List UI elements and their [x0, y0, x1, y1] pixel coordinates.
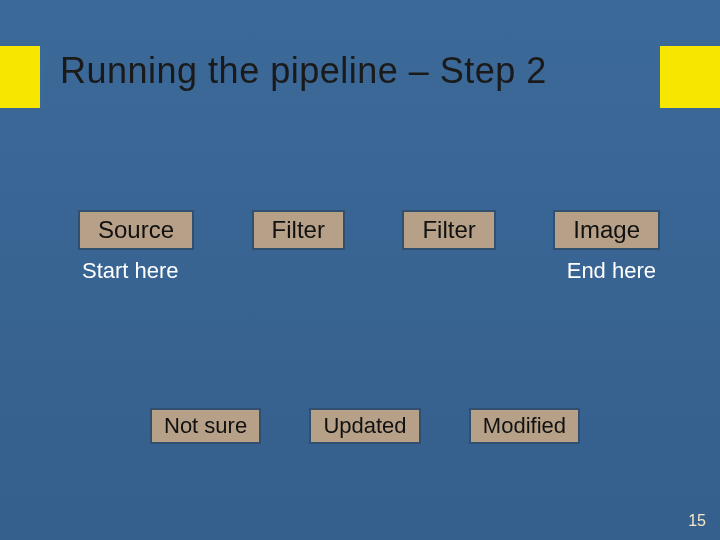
box-modified: Modified — [469, 408, 580, 444]
accent-bar-right — [656, 46, 720, 108]
label-end: End here — [567, 258, 656, 284]
label-start: Start here — [82, 258, 179, 284]
box-filter-1: Filter — [252, 210, 345, 250]
box-updated: Updated — [309, 408, 420, 444]
accent-bar-left — [0, 46, 44, 108]
slide-title: Running the pipeline – Step 2 — [60, 50, 547, 92]
box-image: Image — [553, 210, 660, 250]
pipeline-row-bottom: Not sure Updated Modified — [150, 408, 580, 444]
pipeline-row-top: Source Filter Filter Image — [78, 210, 660, 250]
box-source: Source — [78, 210, 194, 250]
page-number: 15 — [688, 512, 706, 530]
slide: Running the pipeline – Step 2 Source Fil… — [0, 0, 720, 540]
title-band: Running the pipeline – Step 2 — [0, 46, 720, 108]
box-not-sure: Not sure — [150, 408, 261, 444]
box-filter-2: Filter — [402, 210, 495, 250]
